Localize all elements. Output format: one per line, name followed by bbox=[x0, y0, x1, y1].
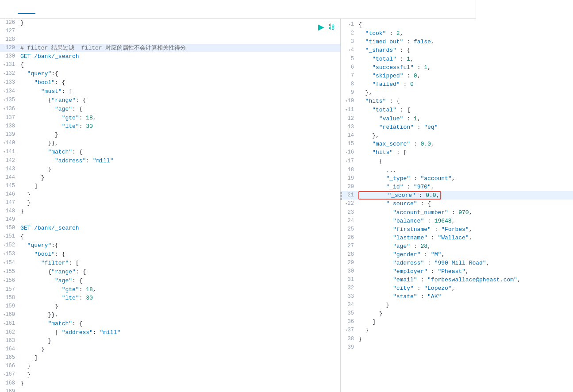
line-content: "bool": { bbox=[19, 250, 340, 259]
fold-arrow[interactable]: ▾ bbox=[1, 88, 5, 96]
fold-arrow[interactable]: ▾ bbox=[1, 250, 5, 259]
json-key: "match" bbox=[48, 320, 72, 327]
tab-grok-debugger[interactable] bbox=[35, 4, 53, 14]
num-val: 18 bbox=[86, 115, 93, 121]
fold-arrow[interactable]: ▾ bbox=[348, 48, 350, 53]
right-line-number: 15 bbox=[341, 140, 357, 148]
right-line: 5 "total" : 1, bbox=[341, 55, 573, 63]
line-number: ▾133 bbox=[0, 78, 19, 87]
tab-search-profiler[interactable] bbox=[18, 4, 35, 14]
comment: # filter 结果过滤 filter 对应的属性不会计算相关性得分 bbox=[20, 45, 186, 51]
right-line: 32 "city" : "Lopezo", bbox=[341, 284, 573, 292]
fold-arrow[interactable]: ▾ bbox=[1, 320, 5, 328]
line-number: 158 bbox=[0, 294, 19, 302]
json-string: "AK" bbox=[427, 293, 441, 300]
line-number: ▾154 bbox=[0, 259, 19, 268]
code-line: ▾161 "match": { bbox=[0, 319, 340, 328]
fold-arrow[interactable]: ▾ bbox=[1, 105, 5, 114]
run-button[interactable]: ▶ bbox=[318, 22, 324, 32]
right-line-number: 5 bbox=[341, 55, 357, 63]
code-line: 126} bbox=[0, 19, 340, 27]
code-line: 150GET /bank/_search bbox=[0, 224, 340, 232]
fold-arrow[interactable]: ▾ bbox=[1, 79, 5, 87]
json-number: 0.0 bbox=[420, 141, 431, 147]
right-code-area[interactable]: ▾1{2 "took" : 2,3 "timed_out" : false,▾4… bbox=[341, 19, 573, 392]
code-line: 163 } bbox=[0, 337, 340, 345]
line-content: "lte": 30 bbox=[19, 294, 340, 302]
line-number: 165 bbox=[0, 354, 19, 362]
json-number: 1 bbox=[424, 64, 427, 71]
json-key: "state" bbox=[393, 293, 417, 300]
right-line-number: 13 bbox=[341, 123, 357, 131]
fold-arrow[interactable]: ▾ bbox=[1, 242, 5, 250]
line-number: ▾161 bbox=[0, 319, 19, 328]
line-number: 143 bbox=[0, 165, 19, 173]
right-line-number: 35 bbox=[341, 309, 357, 318]
line-number: 138 bbox=[0, 122, 19, 131]
line-number: 162 bbox=[0, 328, 19, 337]
right-line: 26 "lastname" : "Wallace", bbox=[341, 234, 573, 242]
right-line-content: "relation" : "eq" bbox=[357, 123, 573, 131]
line-content: "must": [ bbox=[19, 87, 340, 96]
right-line: 36 ] bbox=[341, 318, 573, 326]
fold-arrow[interactable]: ▾ bbox=[1, 148, 5, 157]
json-key: "hits" bbox=[365, 98, 386, 104]
fold-arrow[interactable]: ▾ bbox=[348, 23, 350, 27]
line-content: } bbox=[19, 370, 340, 379]
fold-arrow[interactable]: ▾ bbox=[1, 268, 5, 277]
code-line: 128 bbox=[0, 35, 340, 44]
fold-arrow[interactable]: ▾ bbox=[1, 277, 5, 285]
code-line: 147 } bbox=[0, 199, 340, 207]
line-number: 129 bbox=[0, 44, 19, 52]
json-key: "account_number" bbox=[393, 209, 448, 216]
json-number: 28 bbox=[420, 243, 427, 250]
right-line: 3 "timed_out" : false, bbox=[341, 38, 573, 46]
fold-arrow[interactable]: ▾ bbox=[1, 259, 5, 268]
code-line: 158 "lte": 30 bbox=[0, 294, 340, 302]
right-line-number: ▾37 bbox=[341, 326, 357, 335]
fold-arrow[interactable]: ▾ bbox=[1, 233, 5, 241]
fold-arrow[interactable]: ▾ bbox=[1, 371, 5, 379]
line-content: "match": { bbox=[19, 148, 340, 157]
json-key: "timed_out" bbox=[365, 38, 404, 45]
json-key: "email" bbox=[393, 277, 417, 283]
fold-arrow[interactable]: ▾ bbox=[345, 99, 347, 104]
right-line: 2 "took" : 2, bbox=[341, 29, 573, 38]
code-line: ▾134 "must": [ bbox=[0, 87, 340, 96]
line-content: "match": { bbox=[19, 319, 340, 328]
settings-button[interactable]: ⛓ bbox=[328, 22, 335, 32]
fold-arrow[interactable]: ▾ bbox=[345, 328, 347, 333]
code-line: 139 } bbox=[0, 131, 340, 139]
code-area[interactable]: 126}127128129# filter 结果过滤 filter 对应的属性不… bbox=[0, 19, 340, 392]
line-content: "gte": 18, bbox=[19, 285, 340, 294]
fold-arrow[interactable]: ▾ bbox=[1, 311, 5, 319]
right-line: 18 ... bbox=[341, 166, 573, 174]
line-content: { bbox=[19, 232, 340, 241]
json-key: "_shards" bbox=[365, 47, 396, 54]
json-key: "took" bbox=[365, 30, 386, 37]
fold-arrow[interactable]: ▾ bbox=[345, 202, 347, 206]
fold-arrow[interactable]: ▾ bbox=[1, 70, 5, 78]
json-key: "bool" bbox=[34, 251, 55, 257]
json-number: 0 bbox=[410, 81, 414, 88]
fold-arrow[interactable]: ▾ bbox=[1, 139, 5, 148]
right-line-content: "max_score" : 0.0, bbox=[357, 140, 573, 148]
line-content: } bbox=[19, 379, 340, 388]
fold-arrow[interactable]: ▾ bbox=[345, 150, 347, 155]
line-content: {"range": { bbox=[19, 268, 340, 277]
line-number: ▾131 bbox=[0, 61, 19, 69]
json-key: "failed" bbox=[372, 81, 400, 88]
fold-arrow[interactable]: ▾ bbox=[345, 108, 347, 112]
line-content bbox=[19, 215, 340, 224]
line-content: }}, bbox=[19, 311, 340, 319]
line-content bbox=[19, 35, 340, 44]
line-number: 145 bbox=[0, 182, 19, 190]
right-line-number: 23 bbox=[341, 208, 357, 217]
line-number: 126 bbox=[0, 19, 19, 27]
fold-arrow[interactable]: ▾ bbox=[345, 159, 347, 164]
json-key: "total" bbox=[372, 107, 396, 113]
tab-console[interactable] bbox=[0, 4, 18, 14]
string-val: "mill" bbox=[100, 329, 120, 336]
fold-arrow[interactable]: ▾ bbox=[1, 61, 5, 69]
fold-arrow[interactable]: ▾ bbox=[1, 96, 5, 105]
